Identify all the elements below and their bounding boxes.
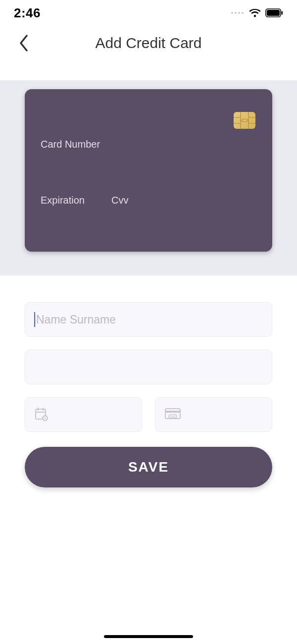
card-expiration-label: Expiration [41,195,85,206]
svg-rect-2 [282,11,283,15]
svg-rect-1 [267,10,280,16]
cvv-input[interactable] [188,408,263,422]
status-right [231,8,283,18]
text-caret [34,312,35,327]
back-button[interactable] [15,34,33,52]
page-title: Add Credit Card [95,35,201,52]
card-preview-area: Card Number Expiration Cvv [0,80,297,275]
card-number-input[interactable] [41,361,263,374]
home-indicator[interactable] [104,635,193,638]
card-number-label: Card Number [41,139,100,150]
svg-point-6 [45,418,46,419]
battery-icon [265,8,283,17]
status-time: 2:46 [14,5,41,21]
calendar-gear-icon [34,406,49,423]
cvv-field[interactable]: CVV [155,397,272,432]
name-field[interactable] [25,302,272,337]
card-number-field[interactable] [25,350,272,384]
svg-rect-8 [165,411,180,413]
chevron-left-icon [19,35,29,52]
credit-card-preview: Card Number Expiration Cvv [25,89,272,252]
expiry-input[interactable] [56,408,133,422]
card-chip-icon [234,112,255,129]
save-button[interactable]: SAVE [25,447,272,487]
cvv-icon: CVV [164,407,181,423]
expiry-field[interactable] [25,397,142,432]
name-input[interactable] [36,313,263,326]
header: Add Credit Card [0,26,297,60]
card-cvv-label: Cvv [111,195,128,206]
cellular-dots-icon [231,12,244,14]
svg-text:CVV: CVV [170,415,176,418]
svg-rect-3 [234,112,255,129]
status-bar: 2:46 [0,0,297,26]
form: CVV SAVE [0,275,297,487]
wifi-icon [248,8,261,18]
